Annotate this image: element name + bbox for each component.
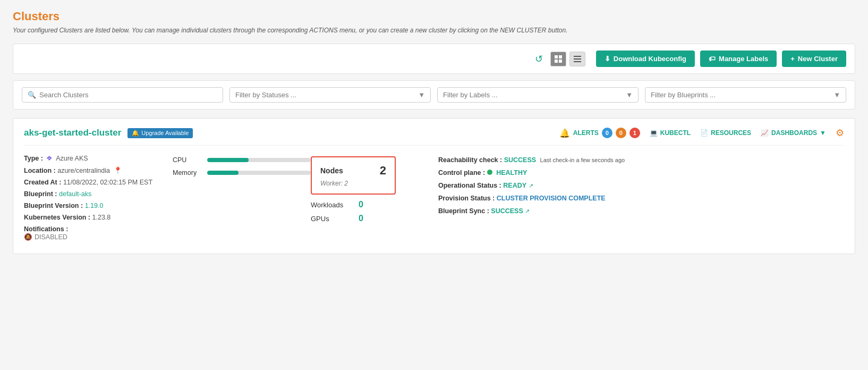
grid-view-button[interactable]	[550, 52, 566, 66]
dashboards-action[interactable]: 📈 DASHBOARDS ▼	[761, 129, 826, 137]
external-link-icon[interactable]: ↗	[525, 208, 530, 214]
filter-statuses-select[interactable]: Filter by Statuses ... ▼	[229, 87, 431, 103]
search-clusters-input-wrap: 🔍	[22, 87, 223, 103]
cpu-resource-row: CPU	[173, 156, 311, 164]
cluster-status-col: Reachability check : SUCCESS Last check-…	[428, 154, 844, 245]
bell-off-icon: 🔕	[24, 233, 32, 241]
memory-label: Memory	[173, 169, 202, 176]
svg-rect-0	[555, 55, 558, 58]
control-plane-status: HEALTHY	[496, 169, 527, 176]
tag-icon: 🏷	[709, 55, 716, 63]
new-cluster-button[interactable]: + New Cluster	[782, 51, 846, 67]
cluster-name[interactable]: aks-get-started-cluster	[24, 128, 121, 138]
page-title: Clusters	[13, 10, 855, 23]
cpu-label: CPU	[173, 156, 202, 164]
list-view-button[interactable]	[569, 52, 585, 66]
svg-rect-1	[559, 55, 562, 58]
chevron-down-icon: ▼	[833, 91, 840, 99]
gpus-label: GPUs	[311, 215, 353, 223]
op-status-row: Operational Status : READY ↗	[438, 182, 844, 189]
chevron-down-icon: ▼	[820, 129, 826, 137]
gear-icon[interactable]: ⚙	[836, 127, 844, 139]
cluster-resources-col: CPU Memory	[173, 154, 311, 245]
download-icon: ⬇	[605, 55, 610, 63]
cluster-header: aks-get-started-cluster 🔔 Upgrade Availa…	[24, 127, 844, 146]
bp-sync-row: Blueprint Sync : SUCCESS ↗	[438, 207, 844, 215]
chart-icon: 📈	[761, 129, 769, 137]
filters-row: 🔍 Filter by Statuses ... ▼ Filter by Lab…	[13, 80, 855, 110]
gpus-stat-row: GPUs 0	[311, 214, 428, 223]
bp-version-row: Blueprint Version : 1.19.0	[24, 202, 173, 209]
search-icon: 🔍	[28, 91, 36, 99]
plus-icon: +	[790, 55, 795, 63]
bp-sync-value: SUCCESS	[491, 207, 523, 215]
toolbar: ↺ ⬇ Download Kubeconfig 🏷 Manage Labels	[13, 44, 855, 74]
terminal-icon: 💻	[650, 129, 658, 137]
memory-resource-row: Memory	[173, 169, 311, 176]
filter-labels-select[interactable]: Filter by Labels ... ▼	[437, 87, 639, 103]
created-row: Created At : 11/08/2022, 02:02:15 PM EST	[24, 179, 173, 186]
bell-icon: 🔔	[559, 128, 570, 138]
op-status-value: READY	[503, 182, 526, 189]
cluster-card: aks-get-started-cluster 🔔 Upgrade Availa…	[13, 118, 855, 254]
resources-action[interactable]: 📄 RESOURCES	[700, 129, 751, 137]
nodes-label: Nodes	[320, 166, 343, 175]
location-row: Location : azure/centralindia 📍	[24, 166, 173, 174]
kubectl-action[interactable]: 💻 KUBECTL	[650, 129, 691, 137]
chevron-down-icon: ▼	[418, 91, 425, 99]
alert-badge-red: 1	[629, 128, 640, 138]
memory-progress-bar	[207, 171, 239, 175]
workloads-count: 0	[359, 200, 363, 209]
download-kubeconfig-button[interactable]: ⬇ Download Kubeconfig	[596, 51, 695, 67]
cluster-nodes-col: Nodes 2 Worker: 2 Workloads 0 GPUs 0	[311, 154, 428, 245]
upgrade-icon: 🔔	[132, 130, 139, 137]
workloads-label: Workloads	[311, 201, 353, 209]
dot-healthy	[487, 170, 492, 175]
cluster-body: Type : ❖ Azure AKS Location : azure/cent…	[24, 154, 844, 245]
alerts-section: 🔔 ALERTS 0 0 1	[559, 128, 640, 138]
control-plane-row: Control plane : HEALTHY	[438, 169, 844, 176]
k8s-version-row: Kubernetes Version : 1.23.8	[24, 214, 173, 221]
nodes-box[interactable]: Nodes 2 Worker: 2	[311, 156, 396, 195]
resources-icon: 📄	[700, 129, 708, 137]
worker-sub: Worker: 2	[320, 180, 386, 187]
gpus-count: 0	[359, 214, 363, 223]
nodes-count: 2	[380, 164, 386, 178]
alerts-label[interactable]: ALERTS	[573, 129, 599, 137]
svg-rect-6	[574, 61, 581, 62]
page-subtitle: Your configured Clusters are listed belo…	[13, 27, 855, 34]
chevron-down-icon: ▼	[626, 91, 633, 99]
filter-blueprints-select[interactable]: Filter by Blueprints ... ▼	[645, 87, 846, 103]
manage-labels-button[interactable]: 🏷 Manage Labels	[700, 51, 777, 67]
type-row: Type : ❖ Azure AKS	[24, 154, 173, 162]
external-link-icon[interactable]: ↗	[529, 182, 533, 189]
workloads-stat-row: Workloads 0	[311, 200, 428, 209]
svg-rect-5	[574, 58, 581, 60]
cpu-progress-bar	[207, 158, 249, 162]
azure-icon: ❖	[46, 155, 53, 162]
provision-row: Provision Status : CLUSTER PROVISION COM…	[438, 195, 844, 202]
svg-rect-3	[559, 60, 562, 63]
provision-value: CLUSTER PROVISION COMPLETE	[497, 195, 606, 202]
alert-badge-orange: 0	[616, 128, 626, 138]
notifications-row: Notifications : 🔕 DISABLED	[24, 225, 173, 241]
svg-rect-4	[574, 56, 581, 57]
refresh-icon[interactable]: ↺	[535, 53, 543, 65]
location-icon: 📍	[114, 167, 122, 174]
cluster-info-col: Type : ❖ Azure AKS Location : azure/cent…	[24, 154, 173, 245]
reachability-row: Reachability check : SUCCESS Last check-…	[438, 156, 844, 164]
reachability-info: Last check-in a few seconds ago	[540, 157, 625, 163]
reachability-status: SUCCESS	[504, 156, 536, 164]
alert-badge-blue: 0	[602, 128, 612, 138]
search-clusters-input[interactable]	[39, 91, 217, 99]
blueprint-row: Blueprint : default-aks	[24, 190, 173, 198]
upgrade-badge: 🔔 Upgrade Available	[127, 128, 193, 138]
svg-rect-2	[555, 60, 558, 63]
